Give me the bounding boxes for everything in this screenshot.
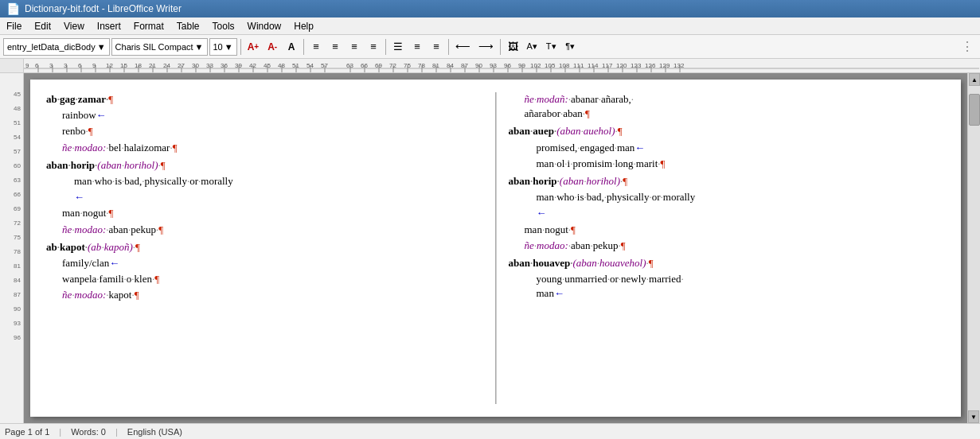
document-page[interactable]: ab·gag·zamar·¶ rainbow← renbo·¶ [30, 80, 961, 417]
entry-arrow2: ← [509, 206, 946, 220]
menu-edit[interactable]: Edit [28, 17, 57, 34]
pilcrow-añarabor: ¶ [585, 107, 590, 119]
menu-insert[interactable]: Insert [91, 17, 127, 34]
svg-text:69: 69 [375, 62, 382, 69]
menu-tools[interactable]: Tools [206, 17, 241, 34]
sep3 [385, 39, 386, 55]
svg-text:72: 72 [389, 62, 396, 69]
sep2 [303, 39, 304, 55]
pilcrow-aban-horip2: ¶ [623, 175, 627, 187]
scrollbar-track[interactable] [968, 86, 980, 410]
arrow-rainbow: ← [96, 109, 107, 121]
line-modao-aban-pekup2: ñe·modao:·aban·pekup·¶ [525, 239, 946, 253]
svg-text:99: 99 [518, 62, 525, 69]
entry-man-ol: man·ol·i·promisim·long·marit·¶ [509, 157, 946, 171]
entry-man-nogut1: man·nogut·¶ [46, 206, 483, 220]
scrollbar-thumb[interactable] [969, 94, 980, 126]
pilcrow-renbo: ¶ [88, 125, 93, 137]
svg-text:57: 57 [321, 62, 328, 69]
svg-text:33: 33 [206, 62, 213, 69]
svg-text:6: 6 [35, 62, 39, 69]
svg-text:42: 42 [249, 62, 256, 69]
line-man-nogut2: man·nogut·¶ [525, 223, 946, 237]
justify-btn[interactable]: ≡ [365, 38, 382, 56]
pilcrow-aban-houavep: ¶ [649, 257, 654, 269]
font-highlight-btn[interactable]: A▾ [523, 38, 541, 56]
insert-image-btn[interactable]: 🖼 [504, 38, 521, 56]
font-arrow: ▼ [195, 42, 204, 52]
menu-file[interactable]: File [0, 17, 28, 34]
line-family-clan: family/clan← [62, 256, 483, 270]
ordered-list-btn[interactable]: ≡ [428, 38, 445, 56]
entry-abgagzamar: ab·gag·zamar·¶ [46, 92, 483, 107]
scrollbar-up-btn[interactable]: ▲ [969, 73, 980, 86]
svg-text:108: 108 [559, 62, 570, 69]
scrollbar-down-btn[interactable]: ▼ [968, 410, 979, 423]
pilcrow-man-nogut1: ¶ [109, 207, 114, 219]
indent-less-btn[interactable]: ⟵ [452, 38, 474, 56]
align-center-btn[interactable]: ≡ [326, 38, 344, 56]
line-young-unmarried: young·unmarried·or·newly·married· [537, 272, 946, 286]
font-size-decrease-btn[interactable]: A- [264, 38, 281, 56]
svg-text:84: 84 [447, 62, 454, 69]
line-aban-auep: aban·auep·(aban·auehol)·¶ [509, 124, 946, 138]
menu-format[interactable]: Format [127, 17, 170, 34]
pilcrow-wanpela: ¶ [154, 273, 159, 285]
entry-man-who-bad2: man·who·is·bad,·physically·or·morally [509, 190, 946, 204]
pilcrow-man-nogut2: ¶ [571, 223, 576, 235]
font-color-btn[interactable]: A [283, 38, 300, 56]
svg-text:66: 66 [361, 62, 368, 69]
line-spacing-btn[interactable]: ☰ [389, 38, 407, 56]
pilcrow-aban-horip: ¶ [161, 159, 166, 171]
entry-main-text: ab·gag·zamar·¶ [46, 92, 483, 107]
svg-text:48: 48 [278, 62, 285, 69]
line-modao-aban-pekup1: ñe·modao:·aban·pekup·¶ [62, 223, 483, 237]
pilcrow: ¶ [108, 93, 113, 105]
sep1 [240, 39, 241, 55]
entry-renbo: renbo·¶ [46, 124, 483, 138]
arrow-young: ← [554, 287, 564, 299]
style-arrow: ▼ [97, 42, 106, 52]
svg-text:129: 129 [659, 62, 670, 69]
menu-view[interactable]: View [57, 17, 91, 34]
entry-aban-houavep: aban·houavep·(aban·houavehol)·¶ [509, 256, 946, 270]
entry-man-who-bad1: man·who·is·bad,·physically·or·morally [46, 174, 483, 188]
modao2-text: ñe·modao: [62, 223, 106, 235]
overflow-btn[interactable]: ⋮ [958, 38, 977, 56]
svg-text:15: 15 [120, 62, 127, 69]
pilcrow-man-ol: ¶ [661, 157, 666, 169]
svg-text:3: 3 [64, 62, 68, 69]
menu-window[interactable]: Window [241, 17, 288, 34]
svg-text:105: 105 [545, 62, 556, 69]
left-column: ab·gag·zamar·¶ rainbow← renbo·¶ [46, 92, 496, 404]
svg-text:51: 51 [292, 62, 299, 69]
para-btn[interactable]: ¶▾ [561, 38, 579, 56]
size-dropdown[interactable]: 10 ▼ [209, 38, 237, 56]
right-scrollbar[interactable]: ▲ ▼ [967, 73, 980, 423]
modao4-text: ñe·modao: [525, 239, 568, 251]
align-left-btn[interactable]: ≡ [307, 38, 325, 56]
list-btn[interactable]: ≡ [408, 38, 426, 56]
aban-horip2-bold: aban·horip· [509, 175, 560, 187]
ruler-svg: 9 6 3 3 6 9 12 15 18 21 24 27 30 [24, 59, 980, 72]
menu-help[interactable]: Help [287, 17, 320, 34]
indent-more-btn[interactable]: ⟶ [475, 38, 497, 56]
font-dropdown[interactable]: Charis SIL Compact ▼ [111, 38, 208, 56]
line-man-who-bad2: man·who·is·bad,·physically·or·morally [537, 190, 946, 204]
align-right-btn[interactable]: ≡ [346, 38, 363, 56]
entry-modao-aban-pekup2: ñe·modao:·aban·pekup·¶ [509, 239, 946, 253]
svg-text:90: 90 [475, 62, 482, 69]
two-column-layout: ab·gag·zamar·¶ rainbow← renbo·¶ [46, 92, 945, 404]
pilcrow-aban-auep: ¶ [618, 125, 623, 137]
style-dropdown[interactable]: entry_letData_dicBody ▼ [3, 38, 110, 56]
svg-text:3: 3 [49, 62, 53, 69]
svg-text:93: 93 [490, 62, 497, 69]
char-highlight-btn[interactable]: T▾ [542, 38, 560, 56]
arrow-family: ← [109, 257, 119, 269]
menu-table[interactable]: Table [170, 17, 206, 34]
svg-text:6: 6 [78, 62, 82, 69]
left-ruler: 45 48 51 54 57 60 63 66 69 72 75 78 81 8… [0, 73, 24, 423]
ab-kapot-bold: ab·kapot· [46, 241, 88, 253]
entry-ab-kapot: ab·kapot·(ab·kapoñ)·¶ [46, 240, 483, 254]
font-size-increase-btn[interactable]: A+ [244, 38, 263, 56]
